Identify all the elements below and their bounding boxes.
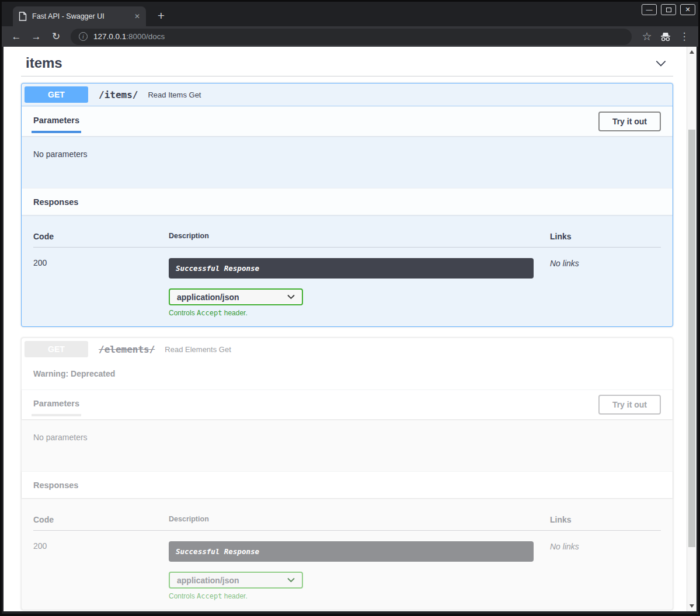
operation-get-items: GET /items/ Read Items Get Parameters Tr…	[21, 83, 673, 327]
accept-header-hint: Controls Accept header.	[169, 592, 534, 600]
browser-tab[interactable]: Fast API - Swagger UI ✕	[13, 6, 146, 26]
reload-button[interactable]: ↻	[47, 29, 65, 45]
response-row: 200 Successful Response application/json…	[33, 248, 661, 317]
window-close-button[interactable]: ✕	[680, 4, 695, 15]
operation-summary[interactable]: GET /elements/ Read Elements Get	[22, 338, 673, 360]
method-badge: GET	[25, 86, 88, 103]
tag-title: items	[26, 55, 62, 71]
url-path: :8000/docs	[126, 32, 165, 41]
operation-get-elements-deprecated: GET /elements/ Read Elements Get Warning…	[21, 337, 673, 610]
operation-path: /items/	[99, 89, 138, 100]
responses-body: Code Description Links 200 Successful Re…	[22, 498, 673, 610]
parameters-header: Parameters Try it out	[22, 106, 673, 136]
try-it-out-button[interactable]: Try it out	[598, 112, 661, 131]
incognito-icon	[657, 29, 674, 45]
response-code: 200	[33, 541, 169, 600]
responses-header: Responses	[22, 471, 673, 498]
no-links-text: No links	[550, 542, 579, 551]
tab-strip: Fast API - Swagger UI ✕ + — ✕	[2, 2, 698, 26]
operation-path: /elements/	[99, 344, 155, 355]
browser-window: Fast API - Swagger UI ✕ + — ✕ ← → ↻ i 12…	[0, 0, 700, 616]
parameters-body: No parameters	[22, 419, 673, 471]
select-chevron-icon	[287, 294, 295, 300]
chevron-down-icon[interactable]	[654, 57, 667, 69]
operation-description: Read Items Get	[148, 91, 201, 99]
accept-header-hint: Controls Accept header.	[169, 309, 534, 317]
active-tab-underline	[32, 131, 81, 133]
page-favicon-icon	[19, 12, 27, 21]
media-type-select[interactable]: application/json	[169, 572, 303, 589]
response-row: 200 Successful Response application/json…	[33, 531, 661, 600]
responses-table-header: Code Description Links	[33, 224, 661, 248]
tab-close-icon[interactable]: ✕	[134, 12, 140, 20]
scrollbar-up-arrow-icon[interactable]	[689, 50, 694, 54]
window-minimize-button[interactable]: —	[642, 4, 657, 15]
media-type-select[interactable]: application/json	[169, 288, 303, 305]
url-host: 127.0.0.1	[93, 32, 126, 41]
no-parameters-text: No parameters	[33, 433, 88, 442]
tab-parameters[interactable]: Parameters	[33, 399, 79, 419]
tab-parameters[interactable]: Parameters	[33, 116, 79, 136]
method-badge: GET	[25, 341, 88, 357]
tab-title: Fast API - Swagger UI	[32, 12, 129, 20]
parameters-header: Parameters Try it out	[22, 389, 673, 419]
response-description-banner: Successful Response	[169, 541, 534, 562]
try-it-out-button[interactable]: Try it out	[598, 395, 661, 415]
response-code: 200	[33, 258, 169, 317]
links-column-header: Links	[550, 232, 661, 241]
tag-section-items[interactable]: items	[21, 51, 673, 76]
page-content: items GET /items/ Read Items Get Paramet…	[4, 47, 696, 611]
browser-toolbar: ← → ↻ i 127.0.0.1:8000/docs ☆ ⋮	[2, 26, 698, 47]
operation-summary[interactable]: GET /items/ Read Items Get	[22, 83, 673, 106]
responses-table-header: Code Description Links	[33, 507, 661, 531]
scrollbar-thumb[interactable]	[688, 130, 695, 547]
back-button[interactable]: ←	[8, 29, 25, 45]
response-description-banner: Successful Response	[169, 258, 534, 279]
no-links-text: No links	[550, 259, 579, 268]
description-column-header: Description	[169, 232, 550, 241]
swagger-page: items GET /items/ Read Items Get Paramet…	[4, 47, 687, 611]
description-column-header: Description	[169, 515, 550, 524]
select-chevron-icon	[287, 577, 295, 583]
code-column-header: Code	[33, 515, 169, 524]
responses-header: Responses	[22, 188, 673, 215]
page-scrollbar[interactable]	[687, 47, 696, 611]
bookmark-star-button[interactable]: ☆	[639, 29, 655, 45]
code-column-header: Code	[33, 232, 169, 241]
scrollbar-down-arrow-icon[interactable]	[689, 604, 694, 608]
parameters-body: No parameters	[22, 136, 673, 188]
no-parameters-text: No parameters	[33, 149, 88, 159]
deprecated-warning: Warning: Deprecated	[22, 360, 673, 389]
operation-description: Read Elements Get	[165, 345, 231, 354]
maximize-icon	[666, 8, 671, 12]
active-tab-underline	[32, 414, 81, 416]
new-tab-button[interactable]: +	[154, 8, 169, 23]
window-controls: — ✕	[642, 4, 695, 15]
browser-menu-button[interactable]: ⋮	[676, 29, 692, 45]
responses-body: Code Description Links 200 Successful Re…	[22, 215, 673, 326]
window-maximize-button[interactable]	[661, 4, 676, 15]
forward-button[interactable]: →	[27, 29, 45, 45]
address-bar[interactable]: i 127.0.0.1:8000/docs	[71, 29, 632, 45]
site-info-icon[interactable]: i	[79, 32, 88, 41]
links-column-header: Links	[550, 515, 661, 524]
